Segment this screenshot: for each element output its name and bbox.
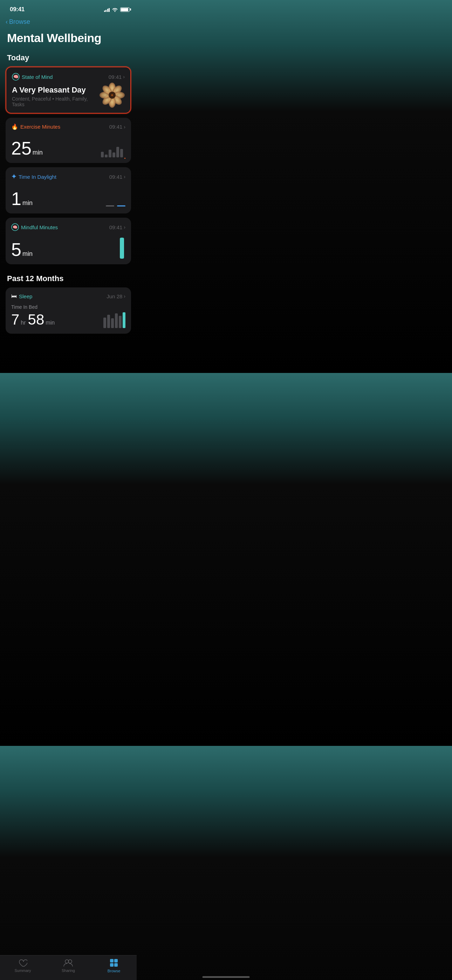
sleep-card[interactable]: 🛏 Sleep Jun 28 › Time In Bed 7 hr 58 min xyxy=(6,287,131,334)
sleep-date: Jun 28 xyxy=(107,293,122,299)
state-of-mind-icon: 🧠 xyxy=(12,73,20,81)
state-of-mind-time: 09:41 xyxy=(108,74,122,80)
status-bar: 09:41 xyxy=(0,0,137,17)
sleep-minutes-unit: min xyxy=(46,320,55,328)
flower-decoration xyxy=(100,83,125,108)
daylight-chart xyxy=(106,205,126,207)
daylight-chevron: › xyxy=(124,174,126,180)
mindful-minutes-card[interactable]: 🧠 Mindful Minutes 09:41 › 5 min xyxy=(6,218,131,264)
mindful-label: Mindful Minutes xyxy=(21,224,58,230)
signal-icon xyxy=(104,7,110,12)
state-of-mind-label: State of Mind xyxy=(22,74,53,80)
mindful-time: 09:41 xyxy=(109,224,123,230)
back-chevron-icon: ‹ xyxy=(6,18,8,25)
mindful-unit: min xyxy=(22,250,33,258)
wifi-icon xyxy=(112,7,118,12)
state-of-mind-chevron: › xyxy=(123,74,125,80)
status-icons xyxy=(104,7,130,12)
exercise-chevron: › xyxy=(124,124,126,130)
daylight-plus-icon: ✦ xyxy=(11,173,16,180)
svg-point-11 xyxy=(111,94,113,96)
mindful-chevron: › xyxy=(124,224,126,230)
sleep-chevron: › xyxy=(124,293,126,299)
daylight-unit: min xyxy=(22,199,33,207)
daylight-time: 09:41 xyxy=(109,174,123,180)
exercise-minutes-card[interactable]: 🔥 Exercise Minutes 09:41 › 25 min xyxy=(6,118,131,163)
svg-text:🧠: 🧠 xyxy=(13,225,18,229)
state-of-mind-subtitle: Content, Peaceful • Health, Family, Task… xyxy=(12,96,97,107)
back-label[interactable]: Browse xyxy=(9,18,30,25)
state-of-mind-card[interactable]: 🧠 State of Mind 09:41 › A Very Pleasant … xyxy=(6,67,131,114)
sleep-label: Sleep xyxy=(19,293,32,299)
page-title: Mental Wellbeing xyxy=(0,29,137,52)
status-time: 09:41 xyxy=(10,6,24,13)
sleep-minutes: 58 xyxy=(28,311,45,328)
sleep-chart xyxy=(103,310,126,328)
sleep-hours: 7 xyxy=(11,311,19,328)
time-in-daylight-card[interactable]: ✦ Time In Daylight 09:41 › 1 min xyxy=(6,167,131,213)
mindful-chart-bar xyxy=(120,238,124,259)
sleep-icon: 🛏 xyxy=(11,293,17,299)
mindful-value: 5 xyxy=(11,240,21,259)
sleep-sub-label: Time In Bed xyxy=(11,304,55,310)
exercise-icon: 🔥 xyxy=(11,123,18,130)
past-12-months-header: Past 12 Months xyxy=(0,273,137,287)
sleep-hours-unit: hr xyxy=(21,320,25,328)
state-of-mind-value-title: A Very Pleasant Day xyxy=(12,86,97,95)
exercise-unit: min xyxy=(33,149,43,156)
mindful-icon: 🧠 xyxy=(11,223,19,231)
daylight-value: 1 xyxy=(11,189,21,208)
battery-icon xyxy=(120,7,130,12)
svg-text:🧠: 🧠 xyxy=(13,74,19,79)
exercise-time: 09:41 xyxy=(109,124,123,130)
exercise-value: 25 xyxy=(11,139,32,158)
exercise-chart xyxy=(101,143,126,158)
today-section-header: Today xyxy=(0,52,137,67)
exercise-label: Exercise Minutes xyxy=(20,124,60,130)
daylight-label: Time In Daylight xyxy=(19,174,56,180)
back-navigation[interactable]: ‹ Browse xyxy=(0,17,137,29)
